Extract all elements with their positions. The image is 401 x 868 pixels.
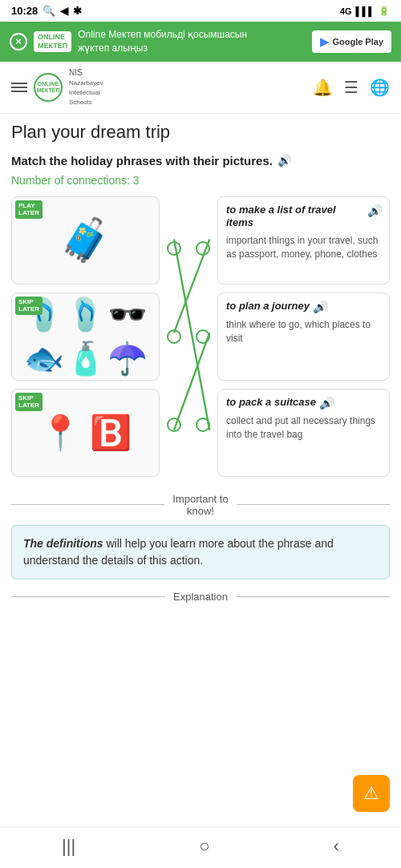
warning-fab-button[interactable]: ⚠	[353, 775, 390, 812]
dot-left-1[interactable]	[167, 241, 181, 256]
phrase-desc-3: collect and put all necessary things int…	[226, 414, 381, 442]
phrase-speaker-icon-3[interactable]: 🔊	[319, 396, 333, 410]
divider-line-left	[11, 504, 164, 505]
bell-icon[interactable]: 🔔	[313, 78, 333, 97]
matching-area: PLAYLATER 🧳 SKIPLATER 🩴🩴🕶️ 🐟🧴☂️ SKIPLATE…	[11, 196, 390, 477]
explanation-line-right	[236, 596, 390, 597]
explanation-label: Explanation	[173, 591, 228, 603]
phrase-card-1[interactable]: to make a list of travel items 🔊 importa…	[217, 196, 390, 285]
banner-close-button[interactable]: ×	[10, 33, 27, 50]
location-icon: ◀	[60, 5, 68, 17]
list-icon[interactable]: ☰	[344, 78, 358, 97]
dot-right-2[interactable]	[196, 329, 210, 344]
hamburger-line	[11, 83, 27, 84]
phrase-title-1: to make a list of travel items 🔊	[226, 204, 381, 231]
bottom-nav-back-icon[interactable]: ‹	[334, 836, 339, 857]
status-bar: 10:28 🔍 ◀ ✱ 4G ▌▌▌ 🔋	[0, 0, 401, 22]
phrases-column: to make a list of travel items 🔊 importa…	[217, 196, 390, 477]
banner-logo: ONLINE МЕКТЕП	[34, 31, 71, 52]
dot-left-2[interactable]	[167, 329, 181, 344]
image-card-map[interactable]: SKIPLATER 📍 🅱️	[11, 389, 160, 477]
battery-icon: 🔋	[379, 6, 390, 16]
dot-right-3[interactable]	[196, 418, 210, 432]
bottom-nav-home-icon[interactable]: ○	[199, 836, 209, 857]
google-play-label: Google Play	[332, 37, 383, 46]
phrase-desc-2: think where to go, which places to visit	[226, 318, 381, 345]
bluetooth-icon: ✱	[73, 5, 82, 17]
status-indicators: 4G ▌▌▌ 🔋	[340, 6, 390, 16]
badge-2: SKIPLATER	[15, 297, 43, 315]
hamburger-line	[11, 87, 27, 88]
explanation-line-left	[11, 596, 165, 597]
hamburger-line	[11, 91, 27, 92]
hamburger-menu[interactable]	[11, 83, 27, 92]
play-icon: ▶	[320, 35, 329, 48]
nis-label: NISNazarbayevIntellectualSchools	[69, 68, 103, 107]
section-heading-text: Match the holiday phrases with their pic…	[11, 154, 273, 168]
dot-right-1[interactable]	[196, 241, 210, 256]
speaker-icon[interactable]: 🔊	[277, 154, 291, 167]
info-box-strong: The definitions	[23, 537, 103, 550]
right-dots-column	[188, 196, 217, 477]
dot-left-3[interactable]	[167, 418, 181, 432]
google-play-button[interactable]: ▶ Google Play	[312, 30, 391, 53]
page-title: Plan your dream trip	[11, 122, 390, 143]
main-content: Plan your dream trip Match the holiday p…	[0, 114, 401, 683]
images-column: PLAYLATER 🧳 SKIPLATER 🩴🩴🕶️ 🐟🧴☂️ SKIPLATE…	[11, 196, 160, 477]
info-box: The definitions will help you learn more…	[11, 525, 390, 579]
badge-3: SKIPLATER	[15, 393, 43, 411]
phrase-speaker-icon-2[interactable]: 🔊	[313, 300, 326, 314]
phrase-card-2[interactable]: to plan a journey 🔊 think where to go, w…	[217, 293, 390, 381]
badge-1: PLAYLATER	[15, 200, 43, 219]
image-card-suitcase[interactable]: PLAYLATER 🧳	[11, 196, 160, 285]
important-to-know-label: Important toknow!	[172, 493, 228, 517]
status-time: 10:28 🔍 ◀ ✱	[11, 5, 82, 17]
divider-line-right	[237, 504, 390, 505]
nav-left: ONLINE МЕКТЕП NISNazarbayevIntellectualS…	[11, 68, 103, 107]
promo-banner: × ONLINE МЕКТЕП Online Мектеп мобильді қ…	[0, 22, 401, 62]
globe-icon[interactable]: 🌐	[370, 78, 390, 97]
time-label: 10:28	[11, 5, 38, 17]
nav-logo: ONLINE МЕКТЕП	[34, 73, 63, 102]
banner-text: Online Мектеп мобильді қосымшасынжүктеп …	[78, 28, 247, 55]
important-divider: Important toknow!	[11, 493, 390, 517]
network-label: 4G	[340, 6, 352, 16]
bottom-nav-menu-icon[interactable]: |||	[62, 836, 75, 857]
phrase-desc-1: important things in your travel, such as…	[226, 234, 381, 261]
warning-icon: ⚠	[363, 783, 379, 804]
nav-bar: ONLINE МЕКТЕП NISNazarbayevIntellectualS…	[0, 62, 401, 114]
explanation-divider: Explanation	[11, 591, 390, 603]
search-icon: 🔍	[43, 5, 55, 17]
image-card-beach[interactable]: SKIPLATER 🩴🩴🕶️ 🐟🧴☂️	[11, 293, 160, 381]
bottom-nav: ||| ○ ‹	[0, 827, 401, 868]
phrase-title-3: to pack a suitcase 🔊	[226, 396, 381, 410]
phrase-speaker-icon-1[interactable]: 🔊	[367, 204, 381, 218]
signal-icon: ▌▌▌	[356, 6, 375, 16]
left-dots-column	[160, 196, 188, 477]
nav-right: 🔔 ☰ 🌐	[313, 78, 390, 97]
connections-count: Number of connections: 3	[11, 174, 390, 187]
phrase-card-3[interactable]: to pack a suitcase 🔊 collect and put all…	[217, 389, 390, 477]
banner-left: × ONLINE МЕКТЕП Online Мектеп мобильді қ…	[10, 28, 247, 55]
phrase-title-2: to plan a journey 🔊	[226, 300, 381, 314]
section-heading: Match the holiday phrases with their pic…	[11, 154, 390, 168]
